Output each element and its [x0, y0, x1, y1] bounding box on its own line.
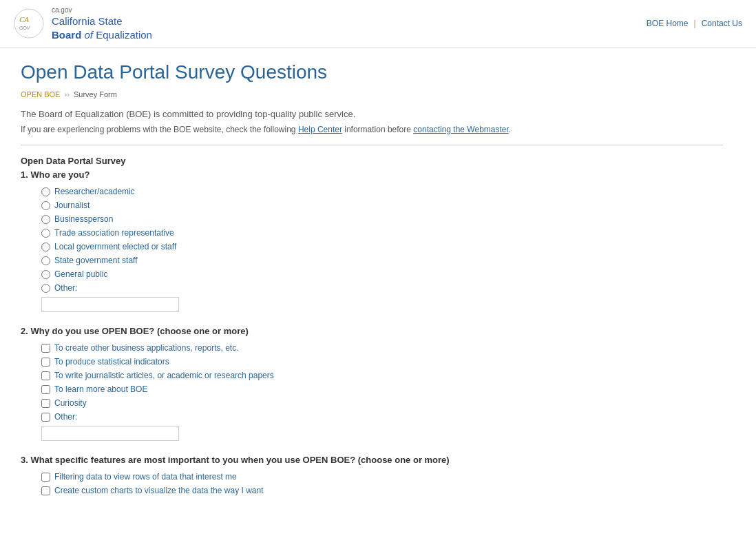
question-2-block: 2. Why do you use OPEN BOE? (choose one … — [21, 326, 723, 441]
logo-area: CA ·GOV ca.gov California State Board of… — [14, 6, 152, 41]
survey-section-title: Open Data Portal Survey — [21, 156, 723, 166]
nav-separator: | — [694, 19, 696, 28]
q2-label-learn-boe: To learn more about BOE — [54, 384, 147, 394]
q2-option-journalistic[interactable]: To write journalistic articles, or acade… — [21, 371, 723, 380]
q1-label-general-public: General public — [54, 269, 107, 279]
contact-us-link[interactable]: Contact Us — [702, 19, 742, 28]
q2-label-business-apps: To create other business applications, r… — [54, 343, 238, 353]
q3-checkbox-custom-charts[interactable] — [41, 486, 50, 495]
top-navigation: CA ·GOV ca.gov California State Board of… — [0, 0, 756, 48]
q1-label-state-gov: State government staff — [54, 256, 138, 265]
q2-option-curiosity[interactable]: Curiosity — [21, 398, 723, 408]
organization-name: ca.gov California State Board of Equaliz… — [52, 6, 152, 41]
q1-radio-local-gov[interactable] — [41, 243, 50, 251]
q1-option-businessperson[interactable]: Businessperson — [21, 214, 723, 224]
q1-label-researcher: Researcher/academic — [54, 187, 135, 196]
q1-label-journalist: Journalist — [54, 200, 90, 210]
breadcrumb-current: Survey Form — [74, 90, 117, 99]
q2-label-journalistic: To write journalistic articles, or acade… — [54, 371, 274, 380]
q2-option-business-apps[interactable]: To create other business applications, r… — [21, 343, 723, 353]
question-2-label: 2. Why do you use OPEN BOE? (choose one … — [21, 326, 723, 336]
ca-gov-label: ca.gov — [52, 6, 152, 14]
svg-text:·GOV: ·GOV — [18, 25, 30, 30]
info-text: If you are experiencing problems with th… — [21, 125, 723, 134]
ca-logo-icon: CA ·GOV — [14, 8, 45, 39]
q2-checkbox-curiosity[interactable] — [41, 399, 50, 408]
intro-text: The Board of Equalization (BOE) is commi… — [21, 109, 723, 119]
q2-option-other[interactable]: Other: — [21, 412, 723, 422]
q2-other-text-input[interactable] — [41, 426, 179, 441]
q1-radio-trade[interactable] — [41, 229, 50, 238]
q2-option-learn-boe[interactable]: To learn more about BOE — [21, 384, 723, 394]
q1-option-other[interactable]: Other: — [21, 283, 723, 293]
q1-radio-state-gov[interactable] — [41, 256, 50, 265]
question-3-label: 3. What specific features are most impor… — [21, 455, 723, 465]
q2-checkbox-other[interactable] — [41, 413, 50, 422]
webmaster-link[interactable]: contacting the Webmaster — [413, 125, 509, 134]
page-title: Open Data Portal Survey Questions — [21, 61, 723, 83]
boe-home-link[interactable]: BOE Home — [647, 19, 689, 28]
q3-checkbox-filtering[interactable] — [41, 473, 50, 482]
q1-radio-businessperson[interactable] — [41, 215, 50, 224]
q1-other-text-input[interactable] — [41, 297, 179, 312]
q2-label-curiosity: Curiosity — [54, 398, 87, 408]
q2-checkbox-learn-boe[interactable] — [41, 385, 50, 394]
q1-label-trade: Trade association representative — [54, 228, 174, 238]
q2-checkbox-journalistic[interactable] — [41, 371, 50, 380]
q3-option-filtering[interactable]: Filtering data to view rows of data that… — [21, 472, 723, 482]
info-mid: information before — [342, 125, 413, 134]
q1-option-researcher[interactable]: Researcher/academic — [21, 187, 723, 196]
q1-option-trade[interactable]: Trade association representative — [21, 228, 723, 238]
info-suffix: . — [509, 125, 511, 134]
breadcrumb-home-link[interactable]: OPEN BOE — [21, 90, 60, 99]
breadcrumb: OPEN BOE ›› Survey Form — [21, 90, 723, 99]
q1-label-businessperson: Businessperson — [54, 214, 113, 224]
q3-label-filtering: Filtering data to view rows of data that… — [54, 472, 237, 482]
q1-option-general-public[interactable]: General public — [21, 269, 723, 279]
q2-checkbox-business-apps[interactable] — [41, 344, 50, 353]
q3-label-custom-charts: Create custom charts to visualize the da… — [54, 486, 263, 495]
main-content: Open Data Portal Survey Questions OPEN B… — [0, 48, 744, 523]
question-3-block: 3. What specific features are most impor… — [21, 455, 723, 495]
q3-option-custom-charts[interactable]: Create custom charts to visualize the da… — [21, 486, 723, 495]
q2-checkbox-statistical[interactable] — [41, 358, 50, 367]
q1-option-local-gov[interactable]: Local government elected or staff — [21, 242, 723, 251]
q1-label-local-gov: Local government elected or staff — [54, 242, 176, 251]
q1-radio-other[interactable] — [41, 284, 50, 293]
breadcrumb-separator: ›› — [65, 90, 72, 99]
q2-label-statistical: To produce statistical indicators — [54, 357, 169, 367]
horizontal-divider — [21, 145, 723, 145]
q2-label-other: Other: — [54, 412, 77, 422]
q1-option-state-gov[interactable]: State government staff — [21, 256, 723, 265]
q1-radio-general-public[interactable] — [41, 270, 50, 279]
info-prefix: If you are experiencing problems with th… — [21, 125, 298, 134]
question-1-label: 1. Who are you? — [21, 169, 723, 180]
q1-label-other: Other: — [54, 283, 77, 293]
svg-point-0 — [14, 9, 43, 38]
org-full-name: California State Board of Equalization — [52, 14, 152, 41]
question-1-block: 1. Who are you? Researcher/academic Jour… — [21, 169, 723, 312]
q1-option-journalist[interactable]: Journalist — [21, 200, 723, 210]
top-nav-links: BOE Home | Contact Us — [647, 19, 742, 28]
q1-radio-researcher[interactable] — [41, 187, 50, 196]
q1-radio-journalist[interactable] — [41, 201, 50, 210]
q2-option-statistical[interactable]: To produce statistical indicators — [21, 357, 723, 367]
svg-text:CA: CA — [19, 15, 29, 23]
help-center-link[interactable]: Help Center — [298, 125, 342, 134]
